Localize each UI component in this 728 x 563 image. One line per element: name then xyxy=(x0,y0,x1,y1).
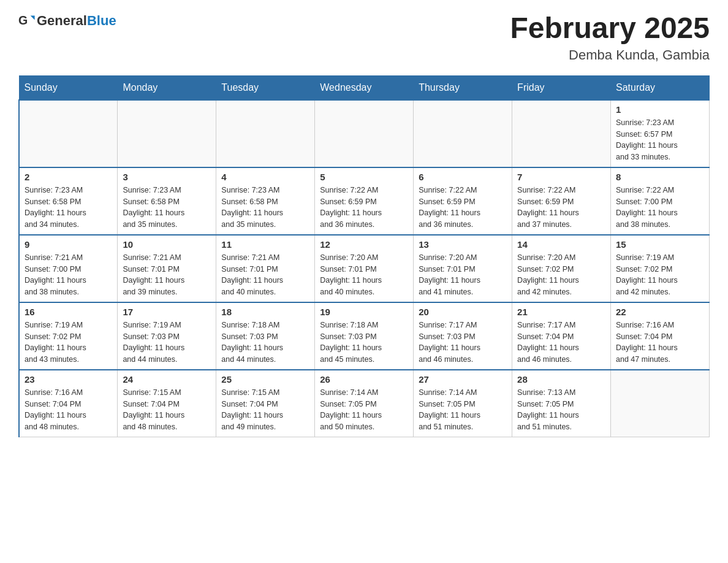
day-info: Sunrise: 7:17 AMSunset: 7:03 PMDaylight:… xyxy=(419,320,507,366)
calendar-header-monday: Monday xyxy=(118,75,216,100)
calendar-cell: 20Sunrise: 7:17 AMSunset: 7:03 PMDayligh… xyxy=(414,302,512,370)
day-number: 18 xyxy=(221,307,309,317)
day-number: 3 xyxy=(123,172,211,182)
day-info: Sunrise: 7:15 AMSunset: 7:04 PMDaylight:… xyxy=(123,387,211,433)
day-number: 23 xyxy=(25,374,112,385)
day-info: Sunrise: 7:14 AMSunset: 7:05 PMDaylight:… xyxy=(320,387,408,433)
day-number: 7 xyxy=(517,172,605,182)
logo-blue-text: Blue xyxy=(87,13,116,28)
day-info: Sunrise: 7:23 AMSunset: 6:57 PMDaylight:… xyxy=(616,117,704,163)
day-info: Sunrise: 7:14 AMSunset: 7:05 PMDaylight:… xyxy=(419,387,507,433)
day-number: 6 xyxy=(419,172,507,182)
calendar-cell: 2Sunrise: 7:23 AMSunset: 6:58 PMDaylight… xyxy=(19,167,118,235)
calendar-header-tuesday: Tuesday xyxy=(216,75,315,100)
day-number: 20 xyxy=(419,307,507,317)
day-number: 4 xyxy=(221,172,309,182)
day-info: Sunrise: 7:18 AMSunset: 7:03 PMDaylight:… xyxy=(320,320,408,366)
calendar-cell xyxy=(19,100,118,167)
calendar-week-row: 9Sunrise: 7:21 AMSunset: 7:00 PMDaylight… xyxy=(19,235,710,302)
calendar-week-row: 1Sunrise: 7:23 AMSunset: 6:57 PMDaylight… xyxy=(19,100,710,167)
day-info: Sunrise: 7:22 AMSunset: 6:59 PMDaylight:… xyxy=(320,185,408,231)
svg-marker-1 xyxy=(31,16,35,20)
day-info: Sunrise: 7:19 AMSunset: 7:02 PMDaylight:… xyxy=(616,252,704,298)
month-title: February 2025 xyxy=(510,12,710,45)
svg-text:G: G xyxy=(18,13,28,27)
day-number: 9 xyxy=(25,239,112,250)
calendar-cell: 27Sunrise: 7:14 AMSunset: 7:05 PMDayligh… xyxy=(414,370,512,437)
calendar-header-friday: Friday xyxy=(512,75,611,100)
day-info: Sunrise: 7:15 AMSunset: 7:04 PMDaylight:… xyxy=(221,387,309,433)
calendar-cell: 10Sunrise: 7:21 AMSunset: 7:01 PMDayligh… xyxy=(118,235,216,302)
day-info: Sunrise: 7:16 AMSunset: 7:04 PMDaylight:… xyxy=(25,387,112,433)
calendar-week-row: 16Sunrise: 7:19 AMSunset: 7:02 PMDayligh… xyxy=(19,302,710,370)
day-number: 24 xyxy=(123,374,211,385)
location: Demba Kunda, Gambia xyxy=(510,47,710,63)
day-number: 21 xyxy=(517,307,605,317)
day-number: 1 xyxy=(616,104,704,115)
calendar-week-row: 2Sunrise: 7:23 AMSunset: 6:58 PMDaylight… xyxy=(19,167,710,235)
day-number: 13 xyxy=(419,239,507,250)
day-info: Sunrise: 7:22 AMSunset: 6:59 PMDaylight:… xyxy=(517,185,605,231)
day-info: Sunrise: 7:21 AMSunset: 7:01 PMDaylight:… xyxy=(123,252,211,298)
calendar-cell: 19Sunrise: 7:18 AMSunset: 7:03 PMDayligh… xyxy=(315,302,414,370)
calendar-cell xyxy=(315,100,414,167)
day-info: Sunrise: 7:20 AMSunset: 7:01 PMDaylight:… xyxy=(419,252,507,298)
calendar-cell: 16Sunrise: 7:19 AMSunset: 7:02 PMDayligh… xyxy=(19,302,118,370)
day-info: Sunrise: 7:23 AMSunset: 6:58 PMDaylight:… xyxy=(25,185,112,231)
calendar-cell: 28Sunrise: 7:13 AMSunset: 7:05 PMDayligh… xyxy=(512,370,611,437)
calendar-cell: 15Sunrise: 7:19 AMSunset: 7:02 PMDayligh… xyxy=(611,235,710,302)
page-header: G GeneralBlue February 2025 Demba Kunda,… xyxy=(18,12,710,63)
calendar-cell: 9Sunrise: 7:21 AMSunset: 7:00 PMDaylight… xyxy=(19,235,118,302)
calendar-header-thursday: Thursday xyxy=(414,75,512,100)
day-number: 2 xyxy=(25,172,112,182)
calendar-cell: 4Sunrise: 7:23 AMSunset: 6:58 PMDaylight… xyxy=(216,167,315,235)
day-number: 26 xyxy=(320,374,408,385)
day-info: Sunrise: 7:23 AMSunset: 6:58 PMDaylight:… xyxy=(221,185,309,231)
calendar-cell: 21Sunrise: 7:17 AMSunset: 7:04 PMDayligh… xyxy=(512,302,611,370)
day-info: Sunrise: 7:22 AMSunset: 7:00 PMDaylight:… xyxy=(616,185,704,231)
day-number: 28 xyxy=(517,374,605,385)
calendar-week-row: 23Sunrise: 7:16 AMSunset: 7:04 PMDayligh… xyxy=(19,370,710,437)
calendar-header-saturday: Saturday xyxy=(611,75,710,100)
calendar-cell: 12Sunrise: 7:20 AMSunset: 7:01 PMDayligh… xyxy=(315,235,414,302)
day-info: Sunrise: 7:21 AMSunset: 7:00 PMDaylight:… xyxy=(25,252,112,298)
calendar-cell: 18Sunrise: 7:18 AMSunset: 7:03 PMDayligh… xyxy=(216,302,315,370)
calendar-table: SundayMondayTuesdayWednesdayThursdayFrid… xyxy=(18,75,710,437)
day-info: Sunrise: 7:22 AMSunset: 6:59 PMDaylight:… xyxy=(419,185,507,231)
day-number: 17 xyxy=(123,307,211,317)
day-number: 5 xyxy=(320,172,408,182)
day-info: Sunrise: 7:18 AMSunset: 7:03 PMDaylight:… xyxy=(221,320,309,366)
day-info: Sunrise: 7:19 AMSunset: 7:02 PMDaylight:… xyxy=(25,320,112,366)
calendar-cell xyxy=(216,100,315,167)
day-info: Sunrise: 7:20 AMSunset: 7:01 PMDaylight:… xyxy=(320,252,408,298)
day-info: Sunrise: 7:20 AMSunset: 7:02 PMDaylight:… xyxy=(517,252,605,298)
day-info: Sunrise: 7:19 AMSunset: 7:03 PMDaylight:… xyxy=(123,320,211,366)
calendar-cell: 25Sunrise: 7:15 AMSunset: 7:04 PMDayligh… xyxy=(216,370,315,437)
calendar-cell: 23Sunrise: 7:16 AMSunset: 7:04 PMDayligh… xyxy=(19,370,118,437)
calendar-cell: 3Sunrise: 7:23 AMSunset: 6:58 PMDaylight… xyxy=(118,167,216,235)
calendar-header-wednesday: Wednesday xyxy=(315,75,414,100)
calendar-cell: 5Sunrise: 7:22 AMSunset: 6:59 PMDaylight… xyxy=(315,167,414,235)
day-number: 11 xyxy=(221,239,309,250)
calendar-cell: 17Sunrise: 7:19 AMSunset: 7:03 PMDayligh… xyxy=(118,302,216,370)
day-info: Sunrise: 7:21 AMSunset: 7:01 PMDaylight:… xyxy=(221,252,309,298)
day-info: Sunrise: 7:13 AMSunset: 7:05 PMDaylight:… xyxy=(517,387,605,433)
calendar-cell xyxy=(512,100,611,167)
day-number: 10 xyxy=(123,239,211,250)
day-number: 12 xyxy=(320,239,408,250)
day-number: 15 xyxy=(616,239,704,250)
day-info: Sunrise: 7:16 AMSunset: 7:04 PMDaylight:… xyxy=(616,320,704,366)
day-number: 22 xyxy=(616,307,704,317)
calendar-cell xyxy=(611,370,710,437)
calendar-header-row: SundayMondayTuesdayWednesdayThursdayFrid… xyxy=(19,75,710,100)
calendar-cell: 8Sunrise: 7:22 AMSunset: 7:00 PMDaylight… xyxy=(611,167,710,235)
logo-icon: G xyxy=(18,12,36,29)
logo: G GeneralBlue xyxy=(18,12,116,29)
day-number: 25 xyxy=(221,374,309,385)
calendar-cell xyxy=(118,100,216,167)
calendar-cell: 13Sunrise: 7:20 AMSunset: 7:01 PMDayligh… xyxy=(414,235,512,302)
calendar-cell: 6Sunrise: 7:22 AMSunset: 6:59 PMDaylight… xyxy=(414,167,512,235)
calendar-cell: 14Sunrise: 7:20 AMSunset: 7:02 PMDayligh… xyxy=(512,235,611,302)
day-number: 16 xyxy=(25,307,112,317)
logo-general-text: General xyxy=(37,13,87,28)
